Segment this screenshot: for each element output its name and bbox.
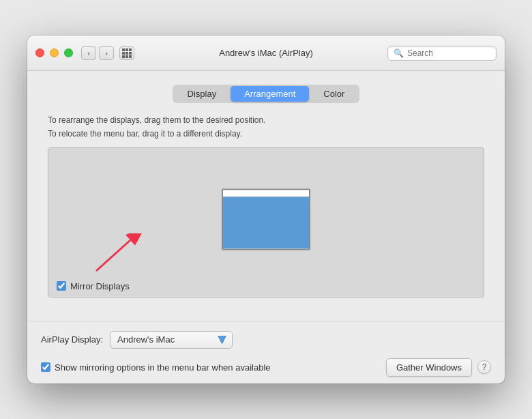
description-line1: To rearrange the displays, drag them to … xyxy=(48,114,484,127)
monitor-menubar xyxy=(223,190,309,197)
help-button[interactable]: ? xyxy=(477,360,491,374)
traffic-lights xyxy=(35,48,73,57)
airplay-select[interactable]: Andrew's iMac ⯆ xyxy=(110,331,233,349)
nav-buttons: ‹ › xyxy=(81,46,134,60)
minimize-button[interactable] xyxy=(50,48,59,57)
tab-color[interactable]: Color xyxy=(310,86,358,102)
bottom-section: AirPlay Display: Andrew's iMac ⯆ Show mi… xyxy=(27,321,505,384)
tab-arrangement[interactable]: Arrangement xyxy=(231,86,309,102)
show-mirroring-row: Show mirroring options in the menu bar w… xyxy=(41,362,271,373)
search-bar[interactable]: 🔍 xyxy=(387,46,497,61)
forward-button[interactable]: › xyxy=(99,46,114,60)
tabs-row: Display Arrangement Color xyxy=(48,85,484,103)
options-row: Show mirroring options in the menu bar w… xyxy=(41,358,491,377)
right-buttons: Gather Windows ? xyxy=(386,358,491,377)
mirror-checkbox[interactable] xyxy=(57,281,66,291)
grid-icon xyxy=(122,48,132,58)
main-window: ‹ › Andrew's iMac (AirPlay) 🔍 Display Ar… xyxy=(27,35,505,383)
content-area: Display Arrangement Color To rearrange t… xyxy=(27,71,505,320)
search-input[interactable] xyxy=(407,48,490,58)
titlebar: ‹ › Andrew's iMac (AirPlay) 🔍 xyxy=(27,35,505,71)
arrangement-area[interactable]: Mirror Displays xyxy=(48,147,484,298)
airplay-select-text: Andrew's iMac xyxy=(117,334,214,345)
window-title: Andrew's iMac (AirPlay) xyxy=(219,48,313,58)
back-button[interactable]: ‹ xyxy=(81,46,96,60)
show-mirroring-checkbox[interactable] xyxy=(41,362,50,372)
mirror-label: Mirror Displays xyxy=(70,281,130,291)
airplay-row: AirPlay Display: Andrew's iMac ⯆ xyxy=(41,331,491,349)
svg-line-1 xyxy=(96,240,130,271)
tab-display[interactable]: Display xyxy=(174,86,231,102)
monitor-outer xyxy=(222,188,310,250)
description: To rearrange the displays, drag them to … xyxy=(48,114,484,140)
show-mirroring-label: Show mirroring options in the menu bar w… xyxy=(55,362,271,373)
arrow-icon xyxy=(89,233,144,274)
close-button[interactable] xyxy=(35,48,44,57)
tabs-container: Display Arrangement Color xyxy=(173,85,360,103)
grid-button[interactable] xyxy=(119,46,134,60)
arrow-annotation xyxy=(89,233,144,276)
airplay-dropdown-icon: ⯆ xyxy=(217,334,228,346)
display-monitor[interactable] xyxy=(222,188,310,250)
description-line2: To relocate the menu bar, drag it to a d… xyxy=(48,128,484,141)
monitor-screen xyxy=(223,197,309,248)
mirror-row: Mirror Displays xyxy=(48,277,138,297)
gather-windows-button[interactable]: Gather Windows xyxy=(386,358,472,377)
maximize-button[interactable] xyxy=(64,48,73,57)
airplay-label: AirPlay Display: xyxy=(41,334,103,345)
search-icon: 🔍 xyxy=(394,48,404,58)
